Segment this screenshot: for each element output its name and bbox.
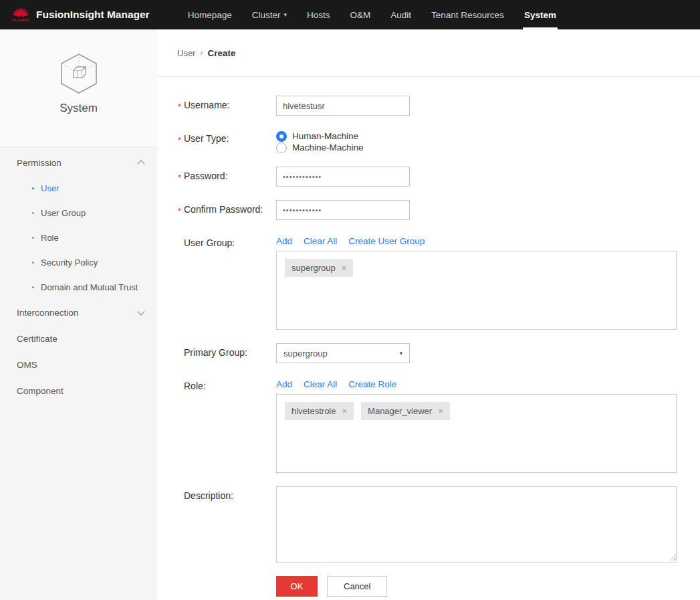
password-field-cell xyxy=(276,167,677,187)
username-label-cell: * Username: xyxy=(177,96,276,116)
sidebar: System Permission User User Group Role S… xyxy=(0,29,157,600)
sidebar-system-panel: System xyxy=(0,29,157,147)
radio-unselected-icon xyxy=(276,142,287,153)
required-asterisk: * xyxy=(178,173,181,183)
description-textarea[interactable] xyxy=(276,486,677,563)
confirm-password-label-cell: * Confirm Password: xyxy=(177,200,276,220)
user-group-label: User Group: xyxy=(184,237,235,248)
radio-machine-machine[interactable]: Machine-Machine xyxy=(276,142,677,153)
sidebar-item-user-label: User xyxy=(41,183,59,193)
interconnection-label: Interconnection xyxy=(17,308,78,318)
user-type-label-cell: * User Type: xyxy=(177,129,276,153)
username-field-cell xyxy=(276,96,677,116)
nav-hosts[interactable]: Hosts xyxy=(297,0,340,29)
nav-cluster-label: Cluster xyxy=(252,10,281,20)
user-group-add-link[interactable]: Add xyxy=(276,236,292,246)
user-group-chip-supergroup: supergroup × xyxy=(285,259,353,277)
sidebar-item-component[interactable]: Component xyxy=(0,378,157,404)
breadcrumb-user-link[interactable]: User xyxy=(177,48,195,58)
radio-machine-machine-label: Machine-Machine xyxy=(292,142,364,153)
create-user-group-link[interactable]: Create User Group xyxy=(348,236,425,246)
primary-group-select[interactable]: supergroup ▾ xyxy=(276,343,410,363)
confirm-password-label: Confirm Password: xyxy=(184,204,263,215)
password-input[interactable] xyxy=(276,167,410,187)
username-label: Username: xyxy=(184,100,229,110)
role-box: hivetestrole × Manager_viewer × xyxy=(276,394,677,473)
sidebar-item-role[interactable]: Role xyxy=(0,225,157,250)
nav-system[interactable]: System xyxy=(514,0,566,29)
role-add-link[interactable]: Add xyxy=(276,379,292,389)
bullet-icon xyxy=(32,286,34,288)
breadcrumb-current: Create xyxy=(207,48,235,58)
sidebar-item-role-label: Role xyxy=(41,233,59,243)
required-asterisk: * xyxy=(178,102,181,112)
sidebar-item-user[interactable]: User xyxy=(0,176,157,201)
nav-homepage[interactable]: Homepage xyxy=(178,0,242,29)
create-user-form: * Username: * User Type: Human-Machine M xyxy=(157,77,700,597)
nav-cluster[interactable]: Cluster ▾ xyxy=(242,0,297,29)
chip-remove-icon[interactable]: × xyxy=(438,407,443,415)
main-content: User › Create * Username: * User Type: xyxy=(157,29,700,600)
topbar: HUAWEI FusionInsight Manager Homepage Cl… xyxy=(0,0,700,29)
user-group-clear-all-link[interactable]: Clear All xyxy=(304,236,337,246)
password-label: Password: xyxy=(184,171,227,181)
chip-remove-icon[interactable]: × xyxy=(342,264,347,272)
form-row-confirm-password: * Confirm Password: xyxy=(177,200,677,220)
sidebar-item-certificate[interactable]: Certificate xyxy=(0,326,157,352)
form-row-username: * Username: xyxy=(177,96,677,116)
role-clear-all-link[interactable]: Clear All xyxy=(304,379,337,389)
nav-tenant-resources[interactable]: Tenant Resources xyxy=(421,0,514,29)
password-label-cell: * Password: xyxy=(177,167,276,187)
sidebar-item-security-policy-label: Security Policy xyxy=(41,258,98,268)
role-actions: Add Clear All Create Role xyxy=(276,377,677,389)
nav-om[interactable]: O&M xyxy=(340,0,381,29)
chevron-down-icon: ▾ xyxy=(399,350,402,357)
description-textarea-wrap xyxy=(276,486,677,563)
create-role-link[interactable]: Create Role xyxy=(348,379,396,389)
form-row-role: Role: Add Clear All Create Role hivetest… xyxy=(177,377,677,473)
role-label: Role: xyxy=(184,381,206,391)
user-type-label: User Type: xyxy=(184,133,229,144)
confirm-password-input[interactable] xyxy=(276,200,410,220)
sidebar-item-domain-mutual-trust[interactable]: Domain and Mutual Trust xyxy=(0,275,157,300)
system-hexagon-icon xyxy=(60,52,98,94)
primary-group-label-cell: Primary Group: xyxy=(177,343,276,363)
username-input[interactable] xyxy=(276,96,410,116)
bullet-icon xyxy=(32,237,34,239)
sidebar-item-interconnection[interactable]: Interconnection xyxy=(0,300,157,326)
chevron-down-icon xyxy=(137,308,144,315)
chip-remove-icon[interactable]: × xyxy=(342,407,347,415)
sidebar-item-permission[interactable]: Permission xyxy=(0,150,157,176)
radio-human-machine[interactable]: Human-Machine xyxy=(276,130,677,142)
description-label: Description: xyxy=(184,490,233,501)
chevron-up-icon xyxy=(137,160,144,167)
form-row-user-group: User Group: Add Clear All Create User Gr… xyxy=(177,233,677,330)
required-asterisk: * xyxy=(178,135,181,145)
form-row-password: * Password: xyxy=(177,167,677,187)
bullet-icon xyxy=(32,262,34,264)
buttons-label-spacer xyxy=(177,576,276,597)
certificate-label: Certificate xyxy=(17,334,57,344)
huawei-petals-icon xyxy=(13,7,28,17)
huawei-logo-text: HUAWEI xyxy=(12,18,29,22)
primary-group-label: Primary Group: xyxy=(184,347,247,358)
role-chip-manager-viewer: Manager_viewer × xyxy=(361,402,450,420)
role-field-cell: Add Clear All Create Role hivetestrole ×… xyxy=(276,377,677,473)
form-row-description: Description: xyxy=(177,486,677,563)
cancel-button[interactable]: Cancel xyxy=(327,576,387,597)
radio-human-machine-label: Human-Machine xyxy=(292,131,358,141)
buttons-cell: OK Cancel xyxy=(276,576,677,597)
chip-label: Manager_viewer xyxy=(368,406,432,416)
form-row-primary-group: Primary Group: supergroup ▾ xyxy=(177,343,677,363)
role-chip-hivetestrole: hivetestrole × xyxy=(285,402,354,420)
sidebar-item-domain-mutual-trust-label: Domain and Mutual Trust xyxy=(41,282,138,292)
permission-submenu: User User Group Role Security Policy Dom… xyxy=(0,176,157,300)
primary-group-field-cell: supergroup ▾ xyxy=(276,343,677,363)
sidebar-item-user-group[interactable]: User Group xyxy=(0,201,157,225)
sidebar-item-security-policy[interactable]: Security Policy xyxy=(0,250,157,275)
oms-label: OMS xyxy=(17,360,37,370)
sidebar-item-oms[interactable]: OMS xyxy=(0,352,157,378)
description-field-cell xyxy=(276,486,677,563)
ok-button[interactable]: OK xyxy=(276,576,318,597)
nav-audit[interactable]: Audit xyxy=(380,0,421,29)
